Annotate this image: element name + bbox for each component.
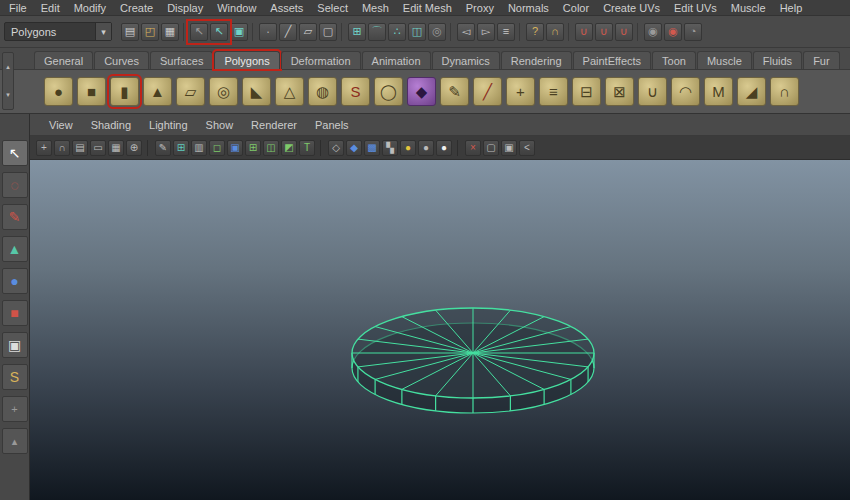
extract-icon[interactable]: ⊠	[605, 77, 634, 106]
last-tool-used[interactable]: ▴	[2, 428, 28, 454]
smooth-icon[interactable]: ◠	[671, 77, 700, 106]
menu-item[interactable]: Edit	[34, 1, 67, 15]
render-current-frame-icon[interactable]: ◉	[644, 23, 662, 41]
shelf-tab[interactable]: Muscle	[697, 51, 752, 69]
bookmark-icon[interactable]: ▭	[90, 140, 106, 156]
menu-item[interactable]: Proxy	[459, 1, 501, 15]
pan-zoom-icon[interactable]: ⊕	[126, 140, 142, 156]
show-manipulator-tool[interactable]: +	[2, 396, 28, 422]
scale-tool[interactable]: ■	[2, 300, 28, 326]
ipr-render-icon[interactable]: ◉	[664, 23, 682, 41]
occlusion-icon[interactable]: ●	[436, 140, 452, 156]
snap-align-magnet-icon-2[interactable]: ∪	[595, 23, 613, 41]
bevel-icon[interactable]: ◢	[737, 77, 766, 106]
panel-menu-item[interactable]: View	[40, 119, 82, 131]
safe-title-icon[interactable]: ◩	[281, 140, 297, 156]
rotate-tool[interactable]: ●	[2, 268, 28, 294]
separate-icon[interactable]: ⊟	[572, 77, 601, 106]
menu-item[interactable]: Create UVs	[596, 1, 667, 15]
save-scene-icon[interactable]: ▦	[161, 23, 179, 41]
shelf-tab[interactable]: Dynamics	[432, 51, 500, 69]
shelf-tab[interactable]: Curves	[94, 51, 149, 69]
share-view-icon[interactable]: <	[519, 140, 535, 156]
shelf-tab[interactable]: Rendering	[501, 51, 572, 69]
mirror-geometry-icon[interactable]: M	[704, 77, 733, 106]
snap-align-magnet-icon-1[interactable]: ∪	[575, 23, 593, 41]
output-connections-icon[interactable]: ▻	[477, 23, 495, 41]
snap-to-curves-icon[interactable]: ⌒	[368, 23, 386, 41]
snap-to-points-icon[interactable]: ∴	[388, 23, 406, 41]
lock-icon[interactable]: ∩	[546, 23, 564, 41]
camera-attributes-icon[interactable]: ▤	[72, 140, 88, 156]
menu-item[interactable]: Muscle	[724, 1, 773, 15]
poly-platonic-solid-icon[interactable]: ◆	[407, 77, 436, 106]
boolean-icon[interactable]: ∪	[638, 77, 667, 106]
poly-cylinder-icon[interactable]: ▮	[110, 77, 139, 106]
checker-icon[interactable]: ▚	[382, 140, 398, 156]
split-polygon-icon[interactable]: ╱	[473, 77, 502, 106]
shelf-tab[interactable]: Deformation	[281, 51, 361, 69]
sculpt-geometry-icon[interactable]: ✎	[440, 77, 469, 106]
lock-camera-icon[interactable]: ∩	[54, 140, 70, 156]
panel-menu-item[interactable]: Renderer	[242, 119, 306, 131]
field-chart-icon[interactable]: ⊞	[245, 140, 261, 156]
construction-history-icon[interactable]: ≡	[497, 23, 515, 41]
bridge-icon[interactable]: ∩	[770, 77, 799, 106]
lasso-select-tool[interactable]: ◌	[2, 172, 28, 198]
poly-helix-icon[interactable]: S	[341, 77, 370, 106]
poly-pipe-icon[interactable]: ◍	[308, 77, 337, 106]
soft-modification-tool[interactable]: S	[2, 364, 28, 390]
menu-item[interactable]: Edit UVs	[667, 1, 724, 15]
shelf-tab[interactable]: PaintEffects	[573, 51, 652, 69]
universal-manipulator-tool[interactable]: ▣	[2, 332, 28, 358]
menu-item[interactable]: Edit Mesh	[396, 1, 459, 15]
append-polygon-icon[interactable]: +	[506, 77, 535, 106]
shelf-collapse-toggle[interactable]: ▴ ▾	[2, 52, 14, 110]
open-scene-icon[interactable]: ◰	[141, 23, 159, 41]
shadows-icon[interactable]: ●	[418, 140, 434, 156]
grid-icon[interactable]: ⊞	[173, 140, 189, 156]
xray-icon[interactable]: ×	[465, 140, 481, 156]
viewport-canvas[interactable]	[30, 160, 850, 500]
menu-item[interactable]: Select	[310, 1, 355, 15]
menu-item[interactable]: Assets	[263, 1, 310, 15]
poly-cone-icon[interactable]: ▲	[143, 77, 172, 106]
menu-item[interactable]: Color	[556, 1, 596, 15]
polygon-cylinder-object[interactable]	[30, 160, 850, 500]
shelf-tab[interactable]: Fur	[803, 51, 840, 69]
shelf-tab[interactable]: General	[34, 51, 93, 69]
shelf-tab[interactable]: Animation	[362, 51, 431, 69]
shelf-tab[interactable]: Surfaces	[150, 51, 213, 69]
menu-item[interactable]: Display	[160, 1, 210, 15]
menu-item[interactable]: File	[2, 1, 34, 15]
snap-to-grids-icon[interactable]: ⊞	[348, 23, 366, 41]
film-gate-icon[interactable]: ▥	[191, 140, 207, 156]
menuset-dropdown[interactable]: Polygons ▾	[4, 22, 112, 41]
input-connections-icon[interactable]: ◅	[457, 23, 475, 41]
subdiv-display-icon[interactable]: ▢	[483, 140, 499, 156]
component-mask-points-icon[interactable]: ∙	[259, 23, 277, 41]
resolution-gate-icon[interactable]: ◻	[209, 140, 225, 156]
panel-menu-item[interactable]: Show	[197, 119, 243, 131]
combine-icon[interactable]: ≡	[539, 77, 568, 106]
poly-soccer-ball-icon[interactable]: ◯	[374, 77, 403, 106]
help-icon[interactable]: ?	[526, 23, 544, 41]
safe-action-icon[interactable]: ◫	[263, 140, 279, 156]
camera-output-icon[interactable]: ▣	[501, 140, 517, 156]
menu-item[interactable]: Help	[773, 1, 810, 15]
select-tool[interactable]: ↖	[2, 140, 28, 166]
snap-align-magnet-icon-3[interactable]: ∪	[615, 23, 633, 41]
menu-item[interactable]: Normals	[501, 1, 556, 15]
shaded-icon[interactable]: ◆	[346, 140, 362, 156]
menu-item[interactable]: Modify	[67, 1, 113, 15]
frame-rate-icon[interactable]: T	[299, 140, 315, 156]
textured-icon[interactable]: ▩	[364, 140, 380, 156]
component-mask-faces-icon[interactable]: ▱	[299, 23, 317, 41]
poly-torus-icon[interactable]: ◎	[209, 77, 238, 106]
render-settings-icon[interactable]: ◔	[684, 23, 702, 41]
poly-cube-icon[interactable]: ■	[77, 77, 106, 106]
move-tool[interactable]: ▲	[2, 236, 28, 262]
lights-icon[interactable]: ●	[400, 140, 416, 156]
panel-menu-item[interactable]: Shading	[82, 119, 140, 131]
panel-menu-item[interactable]: Panels	[306, 119, 358, 131]
